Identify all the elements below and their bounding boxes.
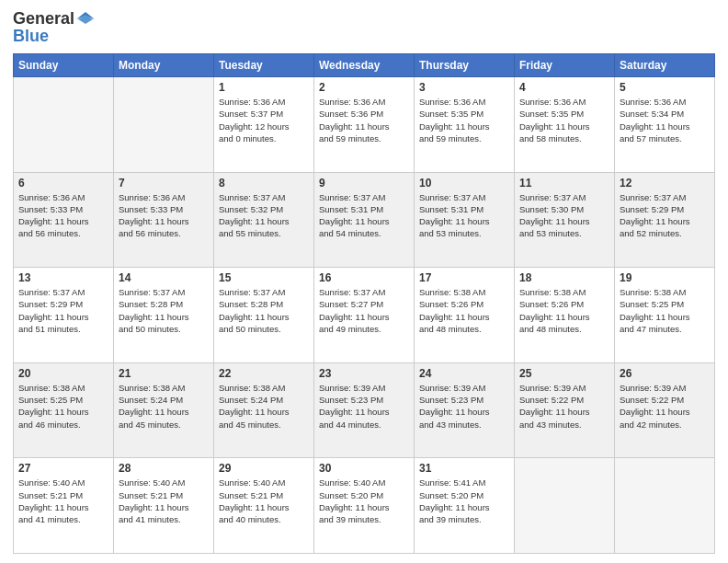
calendar-week-row: 6Sunrise: 5:36 AM Sunset: 5:33 PM Daylig… [14,172,715,268]
day-info: Sunrise: 5:37 AM Sunset: 5:28 PM Dayligh… [119,286,209,335]
calendar-table: SundayMondayTuesdayWednesdayThursdayFrid… [13,53,715,554]
day-number: 21 [119,367,209,380]
calendar-cell: 5Sunrise: 5:36 AM Sunset: 5:34 PM Daylig… [615,77,715,173]
header: General Blue [13,9,715,46]
day-info: Sunrise: 5:37 AM Sunset: 5:31 PM Dayligh… [319,191,409,240]
calendar-cell: 2Sunrise: 5:36 AM Sunset: 5:36 PM Daylig… [314,77,415,173]
calendar-cell: 4Sunrise: 5:36 AM Sunset: 5:35 PM Daylig… [515,77,615,173]
day-info: Sunrise: 5:37 AM Sunset: 5:27 PM Dayligh… [319,286,409,335]
page: General Blue SundayMondayTuesdayWednesda… [0,0,728,563]
calendar-cell: 7Sunrise: 5:36 AM Sunset: 5:33 PM Daylig… [114,172,214,268]
calendar-cell: 15Sunrise: 5:37 AM Sunset: 5:28 PM Dayli… [214,268,314,363]
day-number: 2 [319,81,409,94]
day-info: Sunrise: 5:41 AM Sunset: 5:20 PM Dayligh… [419,477,509,525]
calendar-cell: 9Sunrise: 5:37 AM Sunset: 5:31 PM Daylig… [314,172,415,268]
day-info: Sunrise: 5:37 AM Sunset: 5:29 PM Dayligh… [620,191,710,240]
day-info: Sunrise: 5:36 AM Sunset: 5:33 PM Dayligh… [119,191,209,240]
day-number: 13 [18,271,108,284]
day-info: Sunrise: 5:39 AM Sunset: 5:22 PM Dayligh… [620,382,710,431]
day-info: Sunrise: 5:38 AM Sunset: 5:24 PM Dayligh… [219,382,309,431]
day-info: Sunrise: 5:38 AM Sunset: 5:26 PM Dayligh… [519,286,609,335]
calendar-cell: 20Sunrise: 5:38 AM Sunset: 5:25 PM Dayli… [14,362,114,458]
day-number: 6 [18,177,108,190]
calendar-cell [515,458,615,554]
day-number: 22 [219,367,309,380]
day-number: 5 [620,81,710,94]
calendar-cell: 26Sunrise: 5:39 AM Sunset: 5:22 PM Dayli… [615,362,715,458]
day-number: 17 [419,271,509,284]
calendar-cell [14,77,114,173]
day-number: 12 [620,177,710,190]
day-info: Sunrise: 5:36 AM Sunset: 5:37 PM Dayligh… [219,96,309,144]
calendar-cell: 29Sunrise: 5:40 AM Sunset: 5:21 PM Dayli… [214,458,314,554]
calendar-cell: 18Sunrise: 5:38 AM Sunset: 5:26 PM Dayli… [515,268,615,363]
calendar-week-row: 20Sunrise: 5:38 AM Sunset: 5:25 PM Dayli… [14,362,715,458]
calendar-cell: 13Sunrise: 5:37 AM Sunset: 5:29 PM Dayli… [14,268,114,363]
calendar-cell: 23Sunrise: 5:39 AM Sunset: 5:23 PM Dayli… [314,362,415,458]
day-number: 3 [419,81,509,94]
weekday-header-tuesday: Tuesday [214,54,314,77]
calendar-cell: 31Sunrise: 5:41 AM Sunset: 5:20 PM Dayli… [415,458,515,554]
day-number: 19 [620,271,710,284]
calendar-cell: 16Sunrise: 5:37 AM Sunset: 5:27 PM Dayli… [314,268,415,363]
day-number: 7 [119,177,209,190]
weekday-header-wednesday: Wednesday [314,54,415,77]
weekday-header-friday: Friday [515,54,615,77]
calendar-cell: 12Sunrise: 5:37 AM Sunset: 5:29 PM Dayli… [615,172,715,268]
calendar-cell: 24Sunrise: 5:39 AM Sunset: 5:23 PM Dayli… [415,362,515,458]
day-info: Sunrise: 5:39 AM Sunset: 5:22 PM Dayligh… [519,382,609,431]
calendar-cell: 1Sunrise: 5:36 AM Sunset: 5:37 PM Daylig… [214,77,314,173]
day-number: 15 [219,271,309,284]
day-number: 10 [419,177,509,190]
day-info: Sunrise: 5:37 AM Sunset: 5:32 PM Dayligh… [219,191,309,240]
day-number: 30 [319,462,409,475]
calendar-cell [615,458,715,554]
calendar-cell: 22Sunrise: 5:38 AM Sunset: 5:24 PM Dayli… [214,362,314,458]
day-info: Sunrise: 5:36 AM Sunset: 5:35 PM Dayligh… [419,96,509,144]
calendar-cell [114,77,214,173]
day-number: 27 [18,462,108,475]
calendar-cell: 8Sunrise: 5:37 AM Sunset: 5:32 PM Daylig… [214,172,314,268]
day-info: Sunrise: 5:37 AM Sunset: 5:28 PM Dayligh… [219,286,309,335]
weekday-header-monday: Monday [114,54,214,77]
day-info: Sunrise: 5:38 AM Sunset: 5:25 PM Dayligh… [18,382,108,431]
day-info: Sunrise: 5:36 AM Sunset: 5:34 PM Dayligh… [620,96,710,144]
day-number: 18 [519,271,609,284]
day-info: Sunrise: 5:39 AM Sunset: 5:23 PM Dayligh… [419,382,509,431]
day-info: Sunrise: 5:40 AM Sunset: 5:21 PM Dayligh… [18,477,108,525]
day-number: 4 [519,81,609,94]
logo-general-text: General [13,9,74,29]
calendar-cell: 3Sunrise: 5:36 AM Sunset: 5:35 PM Daylig… [415,77,515,173]
calendar-cell: 28Sunrise: 5:40 AM Sunset: 5:21 PM Dayli… [114,458,214,554]
day-number: 11 [519,177,609,190]
day-info: Sunrise: 5:40 AM Sunset: 5:20 PM Dayligh… [319,477,409,525]
day-number: 14 [119,271,209,284]
day-number: 23 [319,367,409,380]
day-info: Sunrise: 5:38 AM Sunset: 5:25 PM Dayligh… [620,286,710,335]
day-number: 9 [319,177,409,190]
day-info: Sunrise: 5:40 AM Sunset: 5:21 PM Dayligh… [219,477,309,525]
day-number: 25 [519,367,609,380]
day-info: Sunrise: 5:36 AM Sunset: 5:35 PM Dayligh… [519,96,609,144]
day-number: 29 [219,462,309,475]
logo-icon [76,12,95,27]
day-number: 24 [419,367,509,380]
calendar-cell: 6Sunrise: 5:36 AM Sunset: 5:33 PM Daylig… [14,172,114,268]
calendar-week-row: 27Sunrise: 5:40 AM Sunset: 5:21 PM Dayli… [14,458,715,554]
calendar-cell: 10Sunrise: 5:37 AM Sunset: 5:31 PM Dayli… [415,172,515,268]
calendar-cell: 30Sunrise: 5:40 AM Sunset: 5:20 PM Dayli… [314,458,415,554]
calendar-week-row: 13Sunrise: 5:37 AM Sunset: 5:29 PM Dayli… [14,268,715,363]
day-info: Sunrise: 5:39 AM Sunset: 5:23 PM Dayligh… [319,382,409,431]
weekday-header-saturday: Saturday [615,54,715,77]
calendar-cell: 11Sunrise: 5:37 AM Sunset: 5:30 PM Dayli… [515,172,615,268]
day-info: Sunrise: 5:37 AM Sunset: 5:31 PM Dayligh… [419,191,509,240]
calendar-cell: 17Sunrise: 5:38 AM Sunset: 5:26 PM Dayli… [415,268,515,363]
day-info: Sunrise: 5:37 AM Sunset: 5:29 PM Dayligh… [18,286,108,335]
calendar-header-row: SundayMondayTuesdayWednesdayThursdayFrid… [14,54,715,77]
logo-blue-text: Blue [13,27,49,46]
day-number: 28 [119,462,209,475]
day-number: 8 [219,177,309,190]
calendar-cell: 14Sunrise: 5:37 AM Sunset: 5:28 PM Dayli… [114,268,214,363]
calendar-cell: 27Sunrise: 5:40 AM Sunset: 5:21 PM Dayli… [14,458,114,554]
day-number: 26 [620,367,710,380]
